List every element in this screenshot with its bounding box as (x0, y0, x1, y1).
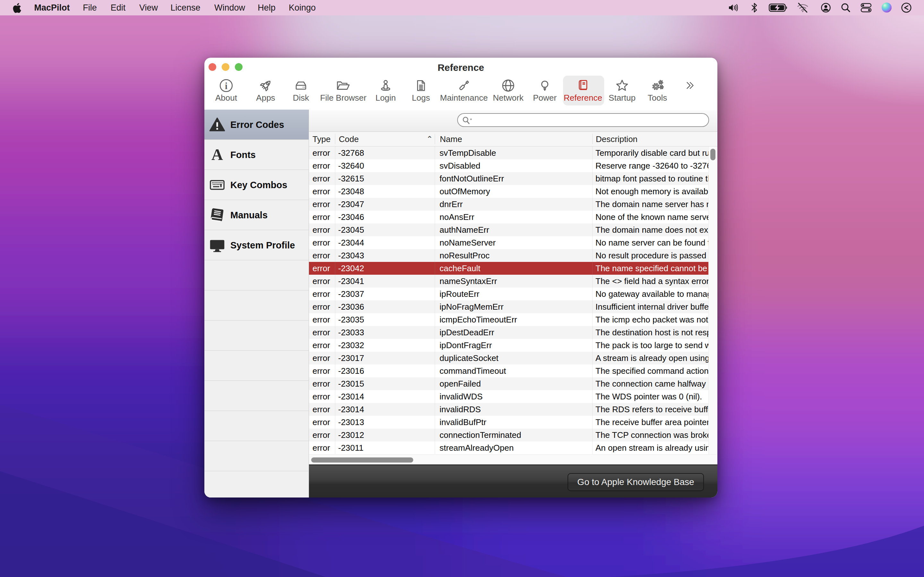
svg-text:A: A (212, 147, 223, 163)
svg-text:i: i (225, 81, 228, 91)
